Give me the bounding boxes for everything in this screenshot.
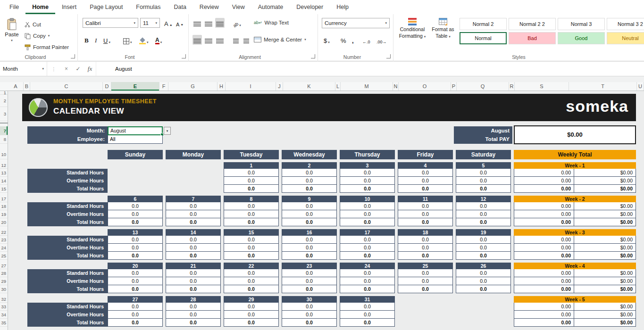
bold-button[interactable]: B xyxy=(84,35,90,45)
hours-cell[interactable]: 0.0 xyxy=(224,277,279,285)
column-header-E[interactable]: E xyxy=(111,82,159,91)
hours-cell[interactable]: 0.0 xyxy=(398,269,453,277)
day-number-cell[interactable]: 14 xyxy=(166,229,221,236)
weekly-hours-cell[interactable]: 0.00 xyxy=(514,244,574,252)
weekly-hours-cell[interactable]: 0.00 xyxy=(514,177,574,185)
name-box[interactable]: Month ▾ xyxy=(0,62,47,76)
hours-cell[interactable]: 0.0 xyxy=(282,303,337,311)
hours-cell[interactable]: 0.0 xyxy=(282,210,337,218)
weekly-hours-cell[interactable]: 0.00 xyxy=(514,269,574,277)
hours-cell[interactable]: 0.0 xyxy=(282,185,337,193)
hours-cell[interactable]: 0.0 xyxy=(224,311,279,319)
hours-cell[interactable]: 0.0 xyxy=(456,202,511,210)
row-header-2[interactable]: 2 xyxy=(0,95,8,107)
total-pay-value[interactable]: $0.00 xyxy=(514,125,636,144)
style-normal[interactable]: Normal xyxy=(460,32,507,44)
day-number-cell[interactable]: 17 xyxy=(340,229,395,236)
day-number-cell[interactable]: 7 xyxy=(166,196,221,202)
weekly-pay-cell[interactable]: $0.00 xyxy=(574,210,636,218)
weekly-hours-cell[interactable]: 0.00 xyxy=(514,311,574,319)
decrease-font-size-button[interactable]: A▼ xyxy=(175,18,184,28)
column-header-A[interactable]: A xyxy=(8,82,24,91)
tab-insert[interactable]: Insert xyxy=(55,0,83,14)
hours-cell[interactable]: 0.0 xyxy=(224,269,279,277)
day-header-tuesday[interactable]: Tuesday xyxy=(224,150,279,159)
column-header-J[interactable]: J xyxy=(276,82,283,91)
hours-cell[interactable]: 0.0 xyxy=(282,277,337,285)
row-header-17[interactable]: 17 xyxy=(0,196,8,202)
hours-cell[interactable]: 0.0 xyxy=(282,218,337,226)
hours-cell[interactable]: 0.0 xyxy=(166,202,221,210)
day-number-cell[interactable]: 8 xyxy=(224,196,279,202)
wrap-text-button[interactable]: ab↵Wrap Text xyxy=(254,18,289,27)
middle-align-button[interactable] xyxy=(204,18,213,28)
column-header-U[interactable]: U xyxy=(637,82,644,91)
paste-button[interactable]: Paste ▾ xyxy=(2,16,22,55)
day-number-cell[interactable]: 11 xyxy=(398,196,453,202)
weekly-hours-cell[interactable]: 0.00 xyxy=(514,319,574,327)
row-header-30[interactable]: 30 xyxy=(0,285,8,293)
hours-cell[interactable]: 0.0 xyxy=(340,319,395,327)
row-header-25[interactable]: 25 xyxy=(0,252,8,260)
format-painter-button[interactable]: Format Painter xyxy=(25,42,69,52)
row-header-33[interactable]: 33 xyxy=(0,303,8,311)
left-align-button[interactable] xyxy=(192,35,202,45)
day-number-cell[interactable]: 28 xyxy=(166,296,221,303)
row-header-35[interactable]: 35 xyxy=(0,319,8,327)
hours-cell[interactable]: 0.0 xyxy=(224,169,279,177)
column-header-S[interactable]: S xyxy=(515,82,569,91)
weekly-hours-cell[interactable]: 0.00 xyxy=(514,236,574,244)
day-number-cell[interactable]: 4 xyxy=(398,162,453,169)
hours-cell[interactable]: 0.0 xyxy=(340,185,395,193)
day-number-cell[interactable]: 16 xyxy=(282,229,337,236)
decrease-indent-button[interactable] xyxy=(232,35,240,45)
day-number-cell[interactable]: 2 xyxy=(282,162,337,169)
hours-cell[interactable]: 0.0 xyxy=(282,311,337,319)
hours-cell[interactable]: 0.0 xyxy=(108,269,163,277)
row-header-19[interactable]: 19 xyxy=(0,210,8,218)
tab-file[interactable]: File xyxy=(3,0,25,14)
row-header-7[interactable]: 7 xyxy=(0,126,8,135)
style-neutral[interactable]: Neutral xyxy=(607,32,644,44)
hours-cell[interactable]: 0.0 xyxy=(456,269,511,277)
column-header-Q[interactable]: Q xyxy=(457,82,509,91)
day-number-cell[interactable]: 22 xyxy=(224,263,279,269)
row-header-15[interactable]: 15 xyxy=(0,185,8,193)
column-header-M[interactable]: M xyxy=(341,82,393,91)
font-dialog-launcher-icon[interactable] xyxy=(182,54,186,58)
hours-cell[interactable]: 0.0 xyxy=(340,311,395,319)
week-header-3[interactable]: Week - 3 xyxy=(514,229,636,236)
hours-cell[interactable]: 0.0 xyxy=(224,177,279,185)
row-header-3[interactable]: 3 xyxy=(0,107,8,121)
top-align-button[interactable] xyxy=(192,18,202,28)
orientation-button[interactable]: ab▾ xyxy=(232,18,242,28)
comma-style-button[interactable]: , xyxy=(351,35,355,45)
weekly-hours-cell[interactable]: 0.00 xyxy=(514,210,574,218)
accounting-format-button[interactable]: $▾ xyxy=(323,35,331,45)
weekly-pay-cell[interactable]: $0.00 xyxy=(574,311,636,319)
hours-cell[interactable]: 0.0 xyxy=(456,185,511,193)
tab-help[interactable]: Help xyxy=(330,0,355,14)
weekly-pay-cell[interactable]: $0.00 xyxy=(574,269,636,277)
namebox-resize-handle[interactable]: ⋮ xyxy=(47,66,60,72)
hours-cell[interactable]: 0.0 xyxy=(398,252,453,260)
font-size-select[interactable]: 11▾ xyxy=(140,18,160,28)
weekly-pay-cell[interactable]: $0.00 xyxy=(574,218,636,226)
weekly-pay-cell[interactable]: $0.00 xyxy=(574,202,636,210)
hours-cell[interactable]: 0.0 xyxy=(108,319,163,327)
style-good[interactable]: Good xyxy=(558,32,605,44)
column-header-P[interactable]: P xyxy=(451,82,457,91)
day-number-cell[interactable]: 30 xyxy=(282,296,337,303)
style-normal-3[interactable]: Normal 3 xyxy=(558,18,605,30)
column-header-B[interactable]: B xyxy=(24,82,30,91)
cut-button[interactable]: Cut xyxy=(25,20,41,29)
day-number-cell[interactable]: 27 xyxy=(108,296,163,303)
tab-page-layout[interactable]: Page Layout xyxy=(83,0,129,14)
week-header-2[interactable]: Week - 2 xyxy=(514,196,636,202)
increase-decimal-button[interactable]: ←.0 xyxy=(361,35,371,45)
hours-cell[interactable]: 0.0 xyxy=(224,210,279,218)
tab-developer[interactable]: Developer xyxy=(290,0,330,14)
column-header-C[interactable]: C xyxy=(30,82,103,91)
hours-cell[interactable]: 0.0 xyxy=(398,210,453,218)
hours-cell[interactable]: 0.0 xyxy=(398,285,453,293)
